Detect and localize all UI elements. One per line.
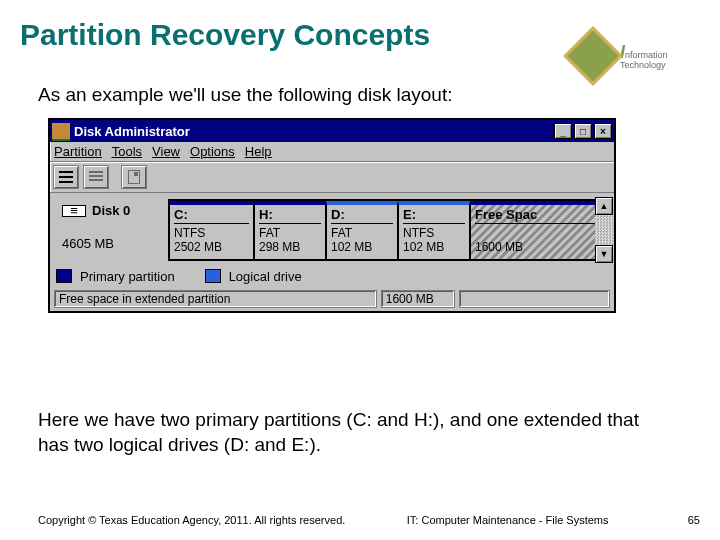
logo-badge: [563, 26, 622, 85]
part-size: 102 MB: [403, 241, 465, 255]
part-fs: NTFS: [403, 227, 465, 241]
partition-c[interactable]: C: NTFS 2502 MB: [168, 201, 254, 259]
partition-d[interactable]: D: FAT 102 MB: [326, 201, 398, 259]
part-letter: H:: [259, 207, 321, 224]
status-spacer: [459, 290, 610, 308]
free-size: 1600 MB: [475, 241, 606, 255]
doc-icon: [128, 170, 140, 184]
swatch-logical: [205, 269, 221, 283]
toolbar: [50, 162, 614, 193]
part-letter: C:: [174, 207, 249, 224]
slide-title: Partition Recovery Concepts: [20, 18, 430, 52]
menu-options[interactable]: Options: [190, 144, 235, 159]
menubar: Partition Tools View Options Help: [50, 142, 614, 162]
legend-primary: Primary partition: [80, 269, 175, 284]
menu-partition[interactable]: Partition: [54, 144, 102, 159]
scroll-up-icon[interactable]: ▲: [595, 197, 613, 215]
disk-label: ≡ Disk 0 4605 MB: [56, 199, 168, 261]
partition-row: C: NTFS 2502 MB H: FAT 298 MB D:: [168, 199, 612, 261]
footer-course: IT: Computer Maintenance - File Systems: [407, 514, 609, 526]
part-fs: FAT: [331, 227, 393, 241]
part-fs: NTFS: [174, 227, 249, 241]
logo-text: Information Technology: [620, 43, 668, 70]
legend: Primary partition Logical drive: [50, 267, 614, 288]
part-size: 102 MB: [331, 241, 393, 255]
part-size: 298 MB: [259, 241, 321, 255]
close-button[interactable]: ×: [594, 123, 612, 139]
part-fs: FAT: [259, 227, 321, 241]
window-title: Disk Administrator: [74, 124, 552, 139]
bars-icon: [89, 171, 103, 183]
menu-help[interactable]: Help: [245, 144, 272, 159]
footer: Copyright © Texas Education Agency, 2011…: [38, 514, 700, 526]
legend-logical: Logical drive: [229, 269, 302, 284]
part-letter: E:: [403, 207, 465, 224]
disk-area: ≡ Disk 0 4605 MB C: NTFS 2502 MB H: FAT: [50, 193, 614, 267]
menu-tools[interactable]: Tools: [112, 144, 142, 159]
minimize-button[interactable]: _: [554, 123, 572, 139]
system-icon: [52, 123, 70, 139]
partition-e[interactable]: E: NTFS 102 MB: [398, 201, 470, 259]
partition-h[interactable]: H: FAT 298 MB: [254, 201, 326, 259]
list-icon: [59, 171, 73, 183]
toolbar-btn-bars[interactable]: [83, 165, 109, 189]
status-size: 1600 MB: [381, 290, 455, 308]
outro-text: Here we have two primary partitions (C: …: [38, 408, 660, 457]
statusbar: Free space in extended partition 1600 MB: [50, 288, 614, 311]
vscrollbar[interactable]: ▲ ▼: [595, 197, 613, 263]
toolbar-btn-doc[interactable]: [121, 165, 147, 189]
disk-icon: ≡: [62, 205, 86, 217]
toolbar-separator: [113, 165, 117, 189]
status-label: Free space in extended partition: [54, 290, 377, 308]
part-letter: D:: [331, 207, 393, 224]
disk-name: Disk 0: [92, 203, 130, 218]
disk-size: 4605 MB: [62, 236, 162, 251]
partition-free[interactable]: Free Spac 1600 MB: [470, 201, 612, 259]
footer-copyright: Copyright © Texas Education Agency, 2011…: [38, 514, 345, 526]
titlebar: Disk Administrator _ □ ×: [50, 120, 614, 142]
disk-admin-window: Disk Administrator _ □ × Partition Tools…: [48, 118, 616, 313]
free-label: Free Spac: [475, 207, 606, 224]
maximize-button[interactable]: □: [574, 123, 592, 139]
scroll-track[interactable]: [595, 215, 613, 245]
scroll-down-icon[interactable]: ▼: [595, 245, 613, 263]
toolbar-btn-list[interactable]: [53, 165, 79, 189]
footer-page: 65: [670, 514, 700, 526]
part-size: 2502 MB: [174, 241, 249, 255]
swatch-primary: [56, 269, 72, 283]
menu-view[interactable]: View: [152, 144, 180, 159]
it-logo: Information Technology: [572, 30, 692, 82]
intro-text: As an example we'll use the following di…: [38, 84, 452, 106]
